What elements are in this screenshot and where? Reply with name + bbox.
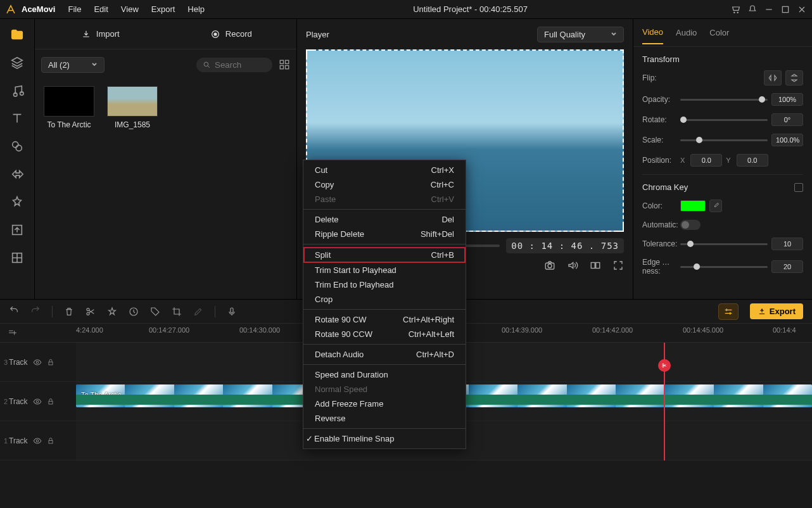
delete-icon[interactable] (64, 307, 74, 317)
ctx-rotate-90-cw[interactable]: Rotate 90 CWCtrl+Alt+Right (303, 312, 466, 327)
tolerance-slider[interactable] (680, 243, 768, 245)
lock-icon[interactable] (47, 359, 54, 366)
mic-icon[interactable] (227, 307, 237, 317)
grid-view-icon[interactable] (279, 59, 290, 70)
rotate-slider[interactable] (680, 119, 768, 121)
marker-icon[interactable] (24, 328, 34, 338)
eyedropper-button[interactable] (709, 200, 722, 212)
search-box[interactable] (196, 58, 272, 72)
export-icon[interactable] (10, 223, 24, 237)
ctx-reverse[interactable]: Reverse (303, 411, 466, 426)
playhead[interactable] (664, 343, 665, 460)
speed-icon[interactable] (107, 307, 117, 317)
bell-icon[interactable] (747, 4, 758, 15)
edge-value[interactable]: 20 (771, 260, 803, 273)
record-tab[interactable]: Record (166, 19, 297, 49)
ctx-enable-timeline-snap[interactable]: ✓Enable Timeline Snap (303, 431, 466, 446)
playhead-handle[interactable] (658, 359, 671, 372)
transitions-icon[interactable] (10, 167, 24, 181)
ctx-cut[interactable]: CutCtrl+X (303, 163, 466, 177)
scale-slider[interactable] (680, 139, 768, 141)
quality-dropdown[interactable]: Full Quality (537, 27, 624, 42)
compare-icon[interactable] (590, 260, 601, 271)
ctx-add-freeze-frame[interactable]: Add Freeze Frame (303, 397, 466, 411)
close-icon[interactable] (797, 4, 807, 15)
ctx-trim-start-to-playhead[interactable]: Trim Start to Playhead (303, 263, 466, 277)
svg-rect-14 (591, 263, 595, 269)
tolerance-value[interactable]: 10 (771, 238, 803, 250)
undo-icon[interactable] (9, 307, 19, 317)
minimize-icon[interactable] (764, 4, 774, 15)
media-tab-icon[interactable] (10, 28, 24, 42)
opacity-slider[interactable] (680, 99, 768, 101)
title-bar: AceMovi File Edit View Export Help Untit… (0, 0, 812, 19)
menu-file[interactable]: File (63, 2, 86, 16)
svg-rect-9 (286, 60, 289, 63)
ctx-split[interactable]: SplitCtrl+B (303, 247, 466, 263)
add-track-icon[interactable] (8, 328, 18, 338)
media-thumbnail (107, 86, 158, 117)
edit-icon[interactable] (193, 307, 203, 317)
svg-point-23 (36, 361, 39, 364)
svg-rect-26 (49, 401, 53, 404)
crop-icon[interactable] (129, 307, 139, 317)
ctx-crop[interactable]: Crop (303, 292, 466, 307)
redo-icon[interactable] (30, 307, 41, 317)
menu-help[interactable]: Help (182, 2, 210, 16)
elements-icon[interactable] (10, 195, 24, 209)
media-item[interactable]: IMG_1585 (107, 86, 158, 129)
search-input[interactable] (215, 60, 265, 70)
rotate-value[interactable]: 0° (771, 113, 803, 126)
export-button[interactable]: Export (750, 303, 803, 319)
music-icon[interactable] (10, 84, 24, 98)
split-screen-icon[interactable] (10, 251, 24, 265)
flip-vertical-button[interactable] (785, 70, 803, 86)
ctx-rotate-90-ccw[interactable]: Rotate 90 CCWCtrl+Alt+Left (303, 327, 466, 341)
eye-icon[interactable] (33, 358, 42, 367)
text-icon[interactable] (10, 111, 24, 125)
edge-slider[interactable] (680, 266, 768, 268)
volume-icon[interactable] (567, 260, 578, 271)
ctx-delete[interactable]: DeleteDel (303, 212, 466, 227)
media-item[interactable]: To The Arctic (44, 86, 94, 129)
layers-icon[interactable] (10, 56, 24, 70)
lock-icon[interactable] (47, 437, 54, 445)
ctx-trim-end-to-playhead[interactable]: Trim End to Playhead (303, 277, 466, 292)
fullscreen-icon[interactable] (612, 260, 624, 271)
scale-value[interactable]: 100.0% (771, 134, 803, 146)
menu-export[interactable]: Export (146, 2, 181, 16)
chroma-color-swatch[interactable] (680, 200, 706, 212)
snapshot-icon[interactable] (544, 260, 555, 271)
cart-icon[interactable] (731, 4, 741, 15)
lock-icon[interactable] (47, 398, 54, 405)
svg-rect-0 (782, 6, 788, 12)
menu-view[interactable]: View (116, 2, 144, 16)
timeline-settings-button[interactable] (718, 303, 739, 320)
eye-icon[interactable] (33, 397, 42, 406)
import-tab[interactable]: Import (35, 19, 166, 49)
eye-icon[interactable] (33, 436, 42, 445)
effects-icon[interactable] (10, 139, 24, 153)
split-icon[interactable] (86, 307, 96, 317)
maximize-icon[interactable] (780, 4, 790, 15)
ctx-ripple-delete[interactable]: Ripple DeleteShift+Del (303, 227, 466, 241)
ctx-speed-and-duration[interactable]: Speed and Duration (303, 367, 466, 382)
props-tab-video[interactable]: Video (642, 21, 663, 44)
position-y[interactable]: 0.0 (737, 154, 768, 167)
ctx-detach-audio[interactable]: Detach AudioCtrl+Alt+D (303, 347, 466, 362)
automatic-toggle[interactable] (680, 220, 701, 230)
svg-point-27 (36, 440, 39, 442)
props-tab-color[interactable]: Color (709, 22, 729, 44)
tag-icon[interactable] (150, 307, 160, 317)
chroma-checkbox[interactable] (794, 183, 803, 192)
flip-horizontal-button[interactable] (764, 70, 782, 86)
ctx-copy[interactable]: CopyCtrl+C (303, 177, 466, 192)
crop-tool-icon[interactable] (172, 307, 182, 317)
menu-edit[interactable]: Edit (89, 2, 113, 16)
props-tab-audio[interactable]: Audio (676, 22, 697, 44)
media-filter-dropdown[interactable]: All (2) (41, 57, 105, 73)
media-panel: Import Record All (2) To The (35, 19, 297, 299)
left-sidebar (0, 19, 35, 299)
opacity-value[interactable]: 100% (771, 93, 803, 106)
position-x[interactable]: 0.0 (690, 154, 722, 167)
